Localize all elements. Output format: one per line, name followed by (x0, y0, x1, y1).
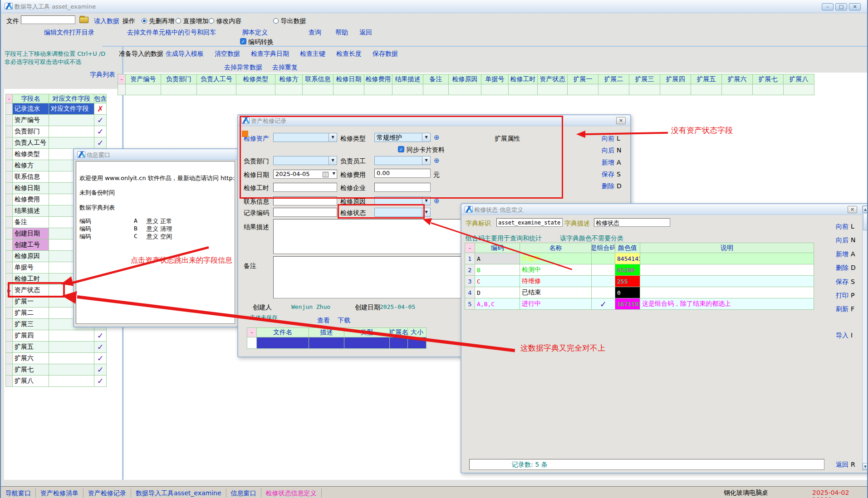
field-row[interactable]: 扩展六✓ (5, 353, 107, 364)
info-dict-codes: 编码A意义 正常编码B意义 清理编码C意义 空闲 (79, 217, 229, 240)
scroll-up-icon[interactable]: ▲ (863, 206, 868, 213)
import-action-link[interactable]: 检查字典日期 (251, 50, 289, 58)
minimize-button[interactable]: – (822, 3, 834, 10)
note-cell (640, 253, 814, 264)
dict-row[interactable]: 3C待维修255 (465, 276, 814, 287)
operation-radio[interactable]: 直接增加 (176, 17, 208, 25)
import-action-link[interactable]: 检查长度 (336, 50, 362, 58)
edit-file-link[interactable]: 编辑文件 (44, 29, 69, 37)
field-row[interactable]: 记录流水对应文件字段✗ (5, 103, 107, 115)
file-path-input[interactable] (21, 15, 75, 24)
dict-row[interactable]: 1A计划中8454143 (465, 253, 814, 264)
include-cell: ✓ (94, 376, 107, 387)
column-header: 说明 (640, 243, 814, 253)
field-row[interactable]: 扩展四✓ (5, 330, 107, 342)
strip-quotes-link[interactable]: 去掉文件单元格中的引号和回车 (127, 29, 216, 37)
radio-icon[interactable] (176, 18, 181, 24)
field-row[interactable]: 扩展五✓ (5, 342, 107, 353)
column-header: 结果描述 (392, 74, 423, 84)
radio-icon[interactable] (273, 18, 279, 24)
record-nav-button[interactable]: 向后N (602, 146, 621, 155)
open-dir-link[interactable]: 打开目录 (69, 29, 94, 37)
record-code-label: 记录编码 (244, 209, 269, 217)
query-link[interactable]: 查询 (309, 29, 321, 37)
record-dialog-close-button[interactable]: × (616, 117, 626, 124)
import-action-link[interactable]: 清空数据 (215, 50, 240, 58)
include-cell: ✓ (94, 126, 107, 137)
import-action-link[interactable]: 去掉重复 (272, 63, 298, 72)
close-button[interactable]: × (849, 3, 861, 10)
field-row[interactable]: 扩展七✓ (5, 364, 107, 376)
taskbar-item[interactable]: 导航窗口 (1, 488, 36, 498)
maximize-button[interactable]: □ (835, 3, 847, 10)
dict-list-link[interactable]: 字典列表 (90, 71, 115, 79)
import-action-link[interactable]: 检查主键 (300, 50, 325, 58)
record-nav-button[interactable]: 删除D (602, 182, 622, 190)
import-action-link[interactable]: 生成导入模板 (166, 50, 204, 58)
include-cell: ✗ (94, 103, 107, 115)
operation-radio[interactable]: 导出数据 (273, 17, 306, 25)
read-data-link[interactable]: 读入数据 (94, 17, 119, 25)
record-nav-button[interactable]: 向前L (602, 135, 620, 143)
encoding-convert-checkbox[interactable]: ✓ (240, 38, 246, 44)
taskbar-item[interactable]: 信息窗口 (226, 488, 261, 498)
dict-action-button[interactable]: 保存S (836, 278, 855, 286)
record-nav-button[interactable]: 保存S (602, 171, 621, 179)
field-row[interactable]: 资产编号✓ (5, 115, 107, 126)
import-action-link[interactable]: 去掉异常数据 (224, 63, 262, 72)
dict-row[interactable]: 2B检测中65280 (465, 264, 814, 276)
dict-desc-input[interactable]: 检修状态 (594, 218, 670, 227)
button-shortcut: A (851, 250, 855, 258)
field-name-cell: 创建日期 (13, 228, 49, 239)
radio-icon[interactable] (209, 18, 214, 24)
folder-open-icon[interactable] (79, 17, 88, 23)
encoding-convert-label: 编码转换 (248, 38, 274, 46)
taskbar-item[interactable]: 资产检修记录 (83, 488, 131, 498)
record-code-input[interactable] (273, 208, 337, 217)
dict-action-button[interactable]: 新增A (836, 250, 855, 259)
field-row[interactable]: 扩展八✓ (5, 376, 107, 387)
taskbar-item[interactable]: 数据导入工具asset_examine (131, 488, 226, 498)
taskbar-item[interactable]: 资产检修清单 (36, 488, 83, 498)
field-row[interactable]: 负责部门✓ (5, 126, 107, 137)
code-value: C (134, 233, 137, 239)
mapped-field-cell (49, 330, 94, 342)
dict-action-button[interactable]: 向后N (836, 236, 855, 244)
code-meaning: 意义 清理 (147, 225, 172, 233)
import-empty-cell (691, 84, 722, 95)
help-link[interactable]: 帮助 (335, 29, 348, 37)
import-empty-cell (660, 84, 691, 95)
record-nav-button[interactable]: 新增A (602, 159, 621, 167)
back-link[interactable]: 返回 (359, 29, 372, 37)
field-name-cell: 扩展二 (13, 308, 49, 319)
import-action-link[interactable]: 保存数据 (373, 50, 398, 58)
radio-icon[interactable] (142, 18, 147, 24)
field-name-cell: 负责人工号 (13, 137, 49, 149)
field-row[interactable]: 负责人工号✓ (5, 137, 107, 149)
scrollbar-thumb[interactable] (863, 213, 868, 230)
annotation-dict-mismatch: 这数据字典又完全对不上 (520, 343, 605, 353)
code-value: B (134, 225, 137, 232)
download-link[interactable]: 下载 (338, 317, 350, 325)
back-button[interactable]: 返回R (836, 461, 855, 469)
dict-scrollbar[interactable]: ▲ ▼ (862, 205, 868, 470)
note-textarea[interactable] (273, 256, 465, 298)
dict-action-button[interactable]: 导入I (836, 332, 853, 340)
dict-row[interactable]: 5A,B,C进行中✓16711935这是组合码，除了结束的都选上 (465, 298, 814, 310)
dict-dialog-close-button[interactable]: × (848, 206, 857, 213)
dict-action-button[interactable]: 向前L (836, 223, 854, 231)
dict-action-button[interactable]: 删除D (836, 264, 856, 272)
operation-radio[interactable]: 修改内容 (209, 17, 241, 25)
dict-id-input[interactable]: asset_examine_state (496, 218, 563, 227)
column-header: 单据号 (481, 74, 509, 84)
operation-radio[interactable]: 先删再增 (142, 17, 174, 25)
dict-row[interactable]: 4D已结束0 (465, 287, 814, 298)
contact-label: 联系信息 (244, 198, 269, 206)
taskbar-item[interactable]: 检修状态信息定义 (261, 488, 322, 498)
dict-action-button[interactable]: 刷新F (836, 305, 854, 313)
script-def-link[interactable]: 脚本定义 (242, 29, 268, 37)
scroll-down-icon[interactable]: ▼ (863, 463, 868, 470)
view-link[interactable]: 查看 (317, 317, 330, 325)
dict-action-button[interactable]: 打印P (836, 292, 854, 300)
radio-label: 先删再增 (147, 17, 174, 24)
